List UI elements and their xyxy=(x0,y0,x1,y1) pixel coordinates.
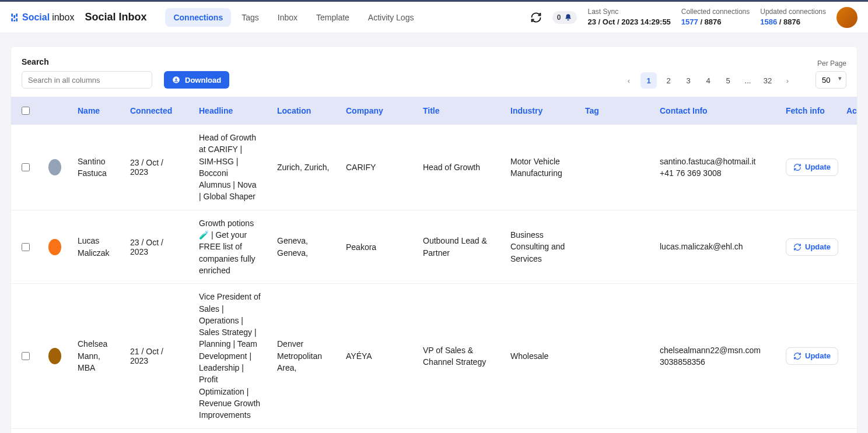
select-all-checkbox[interactable] xyxy=(22,107,30,115)
nav-activity-logs[interactable]: Activity Logs xyxy=(360,8,422,27)
app-title: Social Inbox xyxy=(85,11,146,23)
row-avatar xyxy=(48,239,61,255)
cell-headline: Head of Growth at CARIFY | SIM-HSG | Boc… xyxy=(199,132,261,203)
cell-title: VP of Sales & Channel Strategy xyxy=(423,344,494,368)
cell-title: Head of Growth xyxy=(423,161,480,173)
cell-industry: Motor Vehicle Manufacturing xyxy=(510,156,569,179)
page-5[interactable]: 5 xyxy=(720,72,736,89)
search-label: Search xyxy=(22,57,152,66)
cell-location: Zurich, Zurich, xyxy=(277,161,329,173)
col-title[interactable]: Title xyxy=(415,106,502,115)
pagination: ‹ 12345...32› xyxy=(621,72,796,89)
sync-icon[interactable] xyxy=(530,12,542,23)
row-avatar xyxy=(48,159,61,175)
cell-headline: Growth potions 🧪 | Get your FREE list of… xyxy=(199,217,261,276)
table-row: Chris Dickhans20 / Oct / 2023Executive S… xyxy=(11,429,857,433)
cell-name: Chelsea Mann, MBA xyxy=(78,338,114,374)
col-connected[interactable]: Connected xyxy=(122,106,191,115)
cell-company: AYÉYA xyxy=(338,351,415,361)
cell-location: Geneva, Geneva, xyxy=(277,235,330,259)
table-row: Lucas Maliczak23 / Oct / 2023Growth poti… xyxy=(11,210,857,284)
col-headline[interactable]: Headline xyxy=(191,106,269,115)
cell-contact: santino.fastuca@hotmail.it+41 76 369 300… xyxy=(660,156,755,179)
cell-company: CARIFY xyxy=(338,163,415,172)
table-row: Santino Fastuca23 / Oct / 2023Head of Gr… xyxy=(11,125,857,210)
download-icon xyxy=(172,76,180,84)
table-header: Name Connected Headline Location Company… xyxy=(11,97,857,125)
stat-updated: Updated connections 1586 / 8876 xyxy=(760,7,826,27)
download-button[interactable]: Download xyxy=(164,71,229,89)
row-checkbox[interactable] xyxy=(22,352,30,360)
cell-connected: 21 / Oct / 2023 xyxy=(122,347,191,365)
nav-tags[interactable]: Tags xyxy=(233,8,267,27)
cell-company: Peakora xyxy=(338,242,415,252)
logo-icon xyxy=(10,13,20,22)
update-button[interactable]: Update xyxy=(786,238,838,256)
logo: Socialinbox xyxy=(10,12,74,23)
svg-rect-2 xyxy=(16,13,18,16)
page-next[interactable]: › xyxy=(779,72,796,89)
col-name[interactable]: Name xyxy=(69,106,122,115)
per-page-label: Per Page xyxy=(817,59,846,68)
svg-rect-3 xyxy=(11,18,13,21)
cell-location: Denver Metropolitan Area, xyxy=(277,338,330,374)
cell-title: Outbound Lead & Partner xyxy=(423,235,494,259)
col-industry[interactable]: Industry xyxy=(502,106,577,115)
cell-headline: Vice President of Sales | Operations | S… xyxy=(199,291,261,421)
user-avatar[interactable] xyxy=(836,7,858,28)
svg-rect-4 xyxy=(13,20,15,22)
page-1[interactable]: 1 xyxy=(640,72,657,89)
row-checkbox[interactable] xyxy=(22,163,30,171)
col-tag[interactable]: Tag xyxy=(577,106,652,115)
cell-industry: Wholesale xyxy=(510,350,548,362)
table-row: Chelsea Mann, MBA21 / Oct / 2023Vice Pre… xyxy=(11,284,857,428)
page-4[interactable]: 4 xyxy=(700,72,716,89)
notification-badge[interactable]: 0 xyxy=(552,11,578,24)
cell-name: Santino Fastuca xyxy=(78,156,114,179)
page-3[interactable]: 3 xyxy=(680,72,696,89)
cell-industry: Business Consulting and Services xyxy=(510,229,569,265)
row-checkbox[interactable] xyxy=(22,243,30,251)
svg-rect-1 xyxy=(13,15,15,18)
col-action: Action xyxy=(838,106,857,115)
cell-contact: lucas.maliczak@ehl.ch xyxy=(660,241,743,252)
update-button[interactable]: Update xyxy=(786,159,838,176)
col-contact[interactable]: Contact Info xyxy=(652,106,778,115)
col-fetch[interactable]: Fetch info xyxy=(778,106,838,115)
cell-name: Lucas Maliczak xyxy=(78,235,114,259)
bell-icon xyxy=(564,13,572,22)
page-prev[interactable]: ‹ xyxy=(621,72,637,89)
col-company[interactable]: Company xyxy=(338,106,415,115)
app-header: Socialinbox Social Inbox ConnectionsTags… xyxy=(0,2,868,33)
connections-card: Search Download ‹ 12345...32› Per Page 5… xyxy=(10,46,858,433)
stat-last-sync: Last Sync 23 / Oct / 2023 14:29:55 xyxy=(587,7,670,27)
page-ellipsis: ... xyxy=(740,72,756,89)
cell-connected: 23 / Oct / 2023 xyxy=(122,238,191,256)
nav-inbox[interactable]: Inbox xyxy=(270,8,306,27)
nav-template[interactable]: Template xyxy=(308,8,358,27)
stat-collected: Collected connections 1577 / 8876 xyxy=(681,7,750,27)
cell-connected: 23 / Oct / 2023 xyxy=(122,158,191,177)
page-2[interactable]: 2 xyxy=(660,72,677,89)
svg-rect-0 xyxy=(11,13,13,16)
page-32[interactable]: 32 xyxy=(760,72,776,89)
per-page-select[interactable]: 50 xyxy=(816,71,846,89)
cell-contact: chelsealmann22@msn.com3038858356 xyxy=(660,344,761,368)
row-avatar xyxy=(48,348,61,364)
svg-rect-5 xyxy=(16,18,18,21)
nav-connections[interactable]: Connections xyxy=(165,8,231,27)
update-button[interactable]: Update xyxy=(786,347,838,365)
search-input[interactable] xyxy=(22,71,152,89)
main-nav: ConnectionsTagsInboxTemplateActivity Log… xyxy=(165,8,422,27)
col-location[interactable]: Location xyxy=(269,106,338,115)
